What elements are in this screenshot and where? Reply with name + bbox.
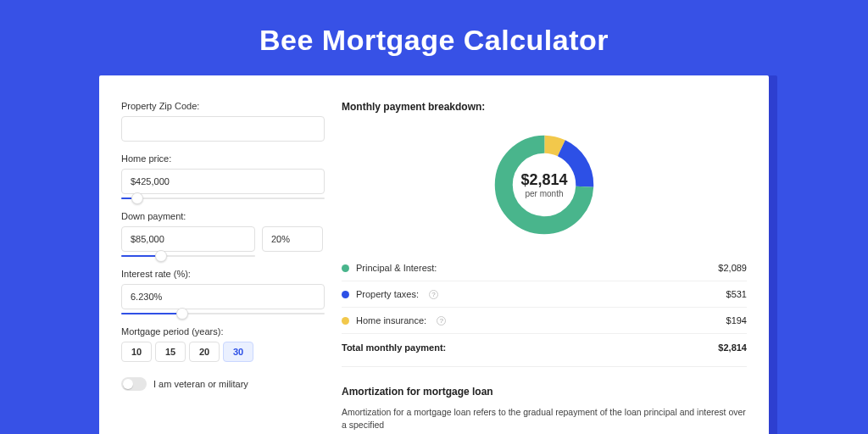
slider-thumb[interactable]	[131, 192, 143, 204]
home-price-label: Home price:	[121, 153, 325, 164]
slider-thumb[interactable]	[176, 308, 188, 320]
period-option-20[interactable]: 20	[189, 342, 220, 362]
divider	[342, 366, 747, 367]
veteran-toggle[interactable]	[121, 377, 147, 391]
home-price-slider[interactable]	[121, 198, 325, 199]
toggle-knob	[123, 379, 133, 389]
home-price-input[interactable]	[121, 169, 325, 194]
total-label: Total monthly payment:	[342, 342, 446, 353]
results-column: Monthly payment breakdown: $2,814 per mo…	[342, 101, 747, 434]
donut-chart: $2,814 per month	[342, 121, 747, 248]
slider-thumb[interactable]	[155, 250, 167, 262]
period-option-30[interactable]: 30	[223, 342, 253, 362]
zip-input[interactable]	[121, 116, 325, 142]
calculator-card: Property Zip Code: Home price: Down paym…	[99, 75, 769, 434]
period-option-15[interactable]: 15	[155, 342, 186, 362]
legend-label: Principal & Interest:	[356, 263, 437, 273]
down-payment-slider[interactable]	[121, 255, 255, 257]
total-row: Total monthly payment: $2,814	[342, 334, 747, 363]
legend-value: $531	[726, 289, 747, 299]
info-icon[interactable]: ?	[437, 316, 446, 326]
interest-rate-input[interactable]	[121, 284, 325, 309]
total-value: $2,814	[718, 342, 747, 353]
legend: Principal & Interest:$2,089Property taxe…	[342, 255, 747, 334]
page-title: Bee Mortgage Calculator	[0, 0, 868, 75]
zip-label: Property Zip Code:	[121, 101, 325, 111]
form-column: Property Zip Code: Home price: Down paym…	[121, 101, 325, 434]
legend-row: Home insurance:?$194	[342, 308, 747, 334]
period-options: 10152030	[121, 342, 325, 362]
interest-rate-label: Interest rate (%):	[121, 269, 325, 279]
legend-label: Property taxes:	[356, 289, 419, 299]
legend-value: $2,089	[718, 263, 747, 273]
legend-dot	[342, 264, 349, 272]
donut-sub: per month	[520, 189, 567, 198]
info-icon[interactable]: ?	[429, 290, 438, 299]
down-payment-input[interactable]	[121, 226, 255, 252]
legend-value: $194	[726, 315, 747, 326]
legend-row: Property taxes:?$531	[342, 281, 747, 308]
legend-label: Home insurance:	[356, 315, 426, 326]
interest-rate-slider[interactable]	[121, 313, 325, 314]
legend-dot	[342, 317, 349, 325]
legend-row: Principal & Interest:$2,089	[342, 255, 747, 281]
veteran-label: I am veteran or military	[153, 379, 248, 389]
down-payment-pct-input[interactable]	[262, 226, 323, 252]
period-option-10[interactable]: 10	[121, 342, 152, 362]
donut-amount: $2,814	[520, 171, 567, 189]
legend-dot	[342, 291, 349, 298]
amortization-text: Amortization for a mortgage loan refers …	[342, 406, 747, 431]
donut-center: $2,814 per month	[520, 171, 567, 198]
down-payment-label: Down payment:	[121, 211, 325, 221]
amortization-title: Amortization for mortgage loan	[342, 386, 747, 398]
period-label: Mortgage period (years):	[121, 326, 325, 337]
breakdown-header: Monthly payment breakdown:	[342, 101, 747, 113]
